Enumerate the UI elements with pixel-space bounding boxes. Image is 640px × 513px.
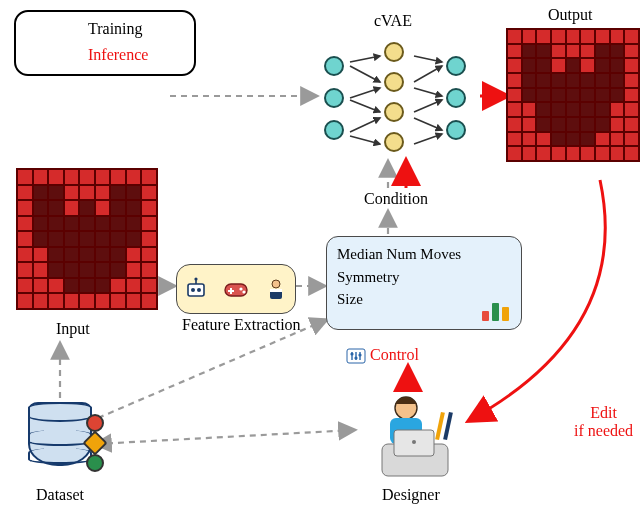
- grid-cell: [624, 117, 639, 132]
- grid-cell: [610, 29, 625, 44]
- grid-cell: [610, 58, 625, 73]
- cvae-node: [384, 42, 404, 62]
- grid-cell: [522, 88, 537, 103]
- grid-cell: [141, 169, 157, 185]
- input-puzzle: [16, 168, 158, 310]
- grid-cell: [110, 247, 126, 263]
- grid-cell: [507, 117, 522, 132]
- grid-cell: [110, 169, 126, 185]
- grid-cell: [79, 216, 95, 232]
- grid-cell: [551, 29, 566, 44]
- grid-cell: [610, 117, 625, 132]
- grid-cell: [48, 185, 64, 201]
- grid-cell: [566, 88, 581, 103]
- grid-cell: [95, 185, 111, 201]
- svg-rect-34: [228, 290, 234, 292]
- grid-cell: [141, 216, 157, 232]
- grid-cell: [624, 58, 639, 73]
- grid-cell: [610, 44, 625, 59]
- cvae-node: [324, 88, 344, 108]
- grid-cell: [580, 102, 595, 117]
- svg-rect-53: [443, 412, 453, 440]
- grid-cell: [566, 44, 581, 59]
- grid-cell: [79, 169, 95, 185]
- grid-cell: [522, 146, 537, 161]
- svg-line-9: [96, 430, 354, 444]
- grid-cell: [48, 278, 64, 294]
- grid-cell: [507, 58, 522, 73]
- grid-cell: [64, 231, 80, 247]
- svg-point-29: [197, 288, 201, 292]
- grid-cell: [17, 262, 33, 278]
- grid-cell: [95, 278, 111, 294]
- grid-cell: [126, 231, 142, 247]
- sliders-icon: [346, 348, 366, 364]
- feature-extraction-box: [176, 264, 296, 314]
- grid-cell: [126, 278, 142, 294]
- grid-cell: [624, 73, 639, 88]
- grid-cell: [17, 247, 33, 263]
- grid-cell: [95, 262, 111, 278]
- svg-point-36: [242, 290, 245, 293]
- grid-cell: [17, 185, 33, 201]
- cvae-node: [324, 56, 344, 76]
- grid-cell: [33, 278, 49, 294]
- grid-cell: [126, 169, 142, 185]
- grid-cell: [551, 102, 566, 117]
- cvae-node: [384, 72, 404, 92]
- grid-cell: [33, 185, 49, 201]
- svg-rect-39: [270, 289, 282, 292]
- grid-cell: [595, 29, 610, 44]
- grid-cell: [624, 102, 639, 117]
- designer-icon: [360, 394, 460, 474]
- grid-cell: [536, 102, 551, 117]
- grid-cell: [595, 132, 610, 147]
- grid-cell: [566, 58, 581, 73]
- grid-cell: [580, 117, 595, 132]
- grid-cell: [522, 132, 537, 147]
- svg-line-10: [98, 320, 326, 418]
- grid-cell: [126, 216, 142, 232]
- grid-cell: [566, 73, 581, 88]
- grid-cell: [17, 278, 33, 294]
- grid-cell: [126, 293, 142, 309]
- grid-cell: [126, 262, 142, 278]
- grid-cell: [110, 262, 126, 278]
- grid-cell: [79, 293, 95, 309]
- edit-note: Edit if needed: [574, 404, 633, 439]
- condition-label: Condition: [364, 190, 428, 208]
- grid-cell: [580, 29, 595, 44]
- output-label: Output: [548, 6, 592, 24]
- metric-item: Symmetry: [337, 266, 511, 289]
- grid-cell: [522, 58, 537, 73]
- grid-cell: [95, 169, 111, 185]
- edit-text-1: Edit: [590, 404, 617, 421]
- diagram-canvas: Training Inference Input Output cVAE Con…: [0, 0, 640, 513]
- grid-cell: [522, 29, 537, 44]
- grid-cell: [522, 117, 537, 132]
- grid-cell: [141, 293, 157, 309]
- grid-cell: [595, 44, 610, 59]
- svg-point-42: [350, 352, 353, 355]
- svg-point-51: [412, 440, 416, 444]
- designer-label: Designer: [382, 486, 440, 504]
- grid-cell: [48, 169, 64, 185]
- grid-cell: [110, 278, 126, 294]
- grid-cell: [48, 200, 64, 216]
- grid-cell: [551, 58, 566, 73]
- grid-cell: [33, 200, 49, 216]
- grid-cell: [536, 29, 551, 44]
- grid-cell: [610, 88, 625, 103]
- dataset-icon: [28, 402, 92, 478]
- grid-cell: [551, 146, 566, 161]
- robot-icon: [183, 276, 209, 302]
- svg-point-46: [358, 353, 361, 356]
- grid-cell: [536, 132, 551, 147]
- grid-cell: [126, 247, 142, 263]
- cvae-node: [446, 88, 466, 108]
- grid-cell: [536, 44, 551, 59]
- cvae-network: [318, 36, 478, 156]
- cvae-node: [384, 102, 404, 122]
- grid-cell: [79, 278, 95, 294]
- grid-cell: [95, 247, 111, 263]
